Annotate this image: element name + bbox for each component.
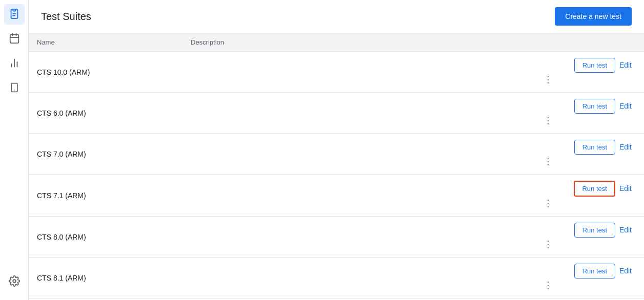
run-test-button[interactable]: Run test [574, 264, 615, 278]
sidebar-item-settings[interactable] [4, 271, 25, 292]
row-description-cell [183, 258, 531, 298]
sidebar-item-phone[interactable] [4, 78, 25, 98]
page-title: Test Suites [41, 11, 91, 23]
edit-button[interactable]: Edit [615, 58, 636, 72]
row-description-cell [183, 93, 531, 134]
column-header-actions [531, 33, 644, 52]
phone-icon [9, 82, 19, 95]
table-row: CTS 8.1 (ARM)Run testEdit⋮ [29, 258, 644, 298]
table-row: CTS 10.0 (ARM)Run testEdit⋮ [29, 52, 644, 93]
run-test-button[interactable]: Run test [574, 223, 615, 238]
row-actions-cell: Run testEdit⋮ [531, 298, 644, 301]
test-suites-table-container: Name Description CTS 10.0 (ARM)Run testE… [29, 33, 644, 300]
run-test-button[interactable]: Run test [574, 181, 615, 197]
table-row: CTS 8.0 (ARM)Run testEdit⋮ [29, 217, 644, 258]
table-row: CTS 9.0 (ARM)Run testEdit⋮ [29, 298, 644, 301]
row-name-cell: CTS 6.0 (ARM) [29, 93, 183, 134]
main-content: Test Suites Create a new test Name Descr… [29, 0, 644, 300]
row-actions-cell: Run testEdit⋮ [531, 134, 644, 175]
clipboard-icon [9, 8, 20, 21]
table-row: CTS 7.0 (ARM)Run testEdit⋮ [29, 134, 644, 175]
svg-point-12 [13, 280, 16, 283]
sidebar-item-clipboard[interactable] [4, 4, 25, 25]
more-options-button[interactable]: ⋮ [539, 73, 557, 86]
row-name-cell: CTS 7.0 (ARM) [29, 134, 183, 175]
table-row: CTS 7.1 (ARM)Run testEdit⋮ [29, 175, 644, 217]
edit-button[interactable]: Edit [615, 181, 636, 196]
edit-button[interactable]: Edit [615, 140, 636, 154]
svg-rect-0 [13, 9, 16, 11]
row-name-cell: CTS 7.1 (ARM) [29, 175, 183, 217]
row-actions-cell: Run testEdit⋮ [531, 217, 644, 258]
more-options-button[interactable]: ⋮ [539, 114, 557, 127]
row-description-cell [183, 175, 531, 217]
svg-rect-3 [10, 34, 18, 43]
run-test-button[interactable]: Run test [574, 140, 615, 155]
sidebar-item-chart[interactable] [4, 53, 25, 74]
calendar-icon [9, 33, 20, 46]
more-options-button[interactable]: ⋮ [539, 278, 557, 292]
row-name-cell: CTS 10.0 (ARM) [29, 52, 183, 93]
more-options-button[interactable]: ⋮ [539, 238, 557, 251]
edit-button[interactable]: Edit [615, 264, 636, 278]
row-actions-cell: Run testEdit⋮ [531, 52, 644, 93]
create-new-test-button[interactable]: Create a new test [555, 7, 632, 26]
row-description-cell [183, 52, 531, 93]
sidebar [0, 0, 29, 300]
edit-button[interactable]: Edit [615, 223, 636, 237]
row-description-cell [183, 134, 531, 175]
more-options-button[interactable]: ⋮ [539, 155, 557, 168]
row-name-cell: CTS 9.0 (ARM) [29, 298, 183, 301]
table-row: CTS 6.0 (ARM)Run testEdit⋮ [29, 93, 644, 134]
sidebar-item-calendar[interactable] [4, 29, 25, 49]
row-description-cell [183, 298, 531, 301]
row-actions-cell: Run testEdit⋮ [531, 93, 644, 134]
chart-icon [9, 57, 20, 70]
page-header: Test Suites Create a new test [29, 0, 644, 33]
column-header-name: Name [29, 33, 183, 52]
table-header-row: Name Description [29, 33, 644, 52]
row-name-cell: CTS 8.1 (ARM) [29, 258, 183, 298]
test-suites-table: Name Description CTS 10.0 (ARM)Run testE… [29, 33, 644, 300]
run-test-button[interactable]: Run test [574, 99, 615, 114]
run-test-button[interactable]: Run test [574, 58, 615, 73]
settings-icon [9, 275, 20, 288]
row-actions-cell: Run testEdit⋮ [531, 175, 644, 217]
more-options-button[interactable]: ⋮ [539, 197, 557, 210]
row-name-cell: CTS 8.0 (ARM) [29, 217, 183, 258]
column-header-description: Description [183, 33, 531, 52]
edit-button[interactable]: Edit [615, 99, 636, 113]
row-actions-cell: Run testEdit⋮ [531, 258, 644, 298]
row-description-cell [183, 217, 531, 258]
